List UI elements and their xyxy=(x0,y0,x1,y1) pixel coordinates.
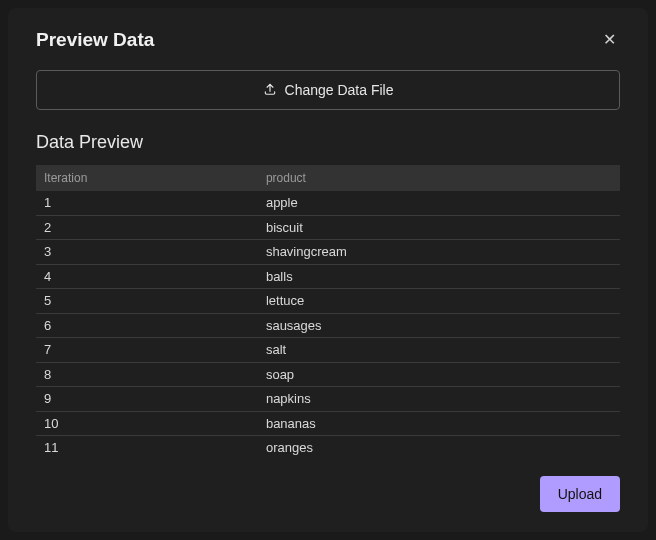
modal-footer: Upload xyxy=(36,476,620,512)
cell-product: napkins xyxy=(258,387,620,412)
cell-product: oranges xyxy=(258,436,620,458)
col-header-product: product xyxy=(258,165,620,191)
cell-product: shavingcream xyxy=(258,240,620,265)
table-row: 3shavingcream xyxy=(36,240,620,265)
cell-iteration: 10 xyxy=(36,411,258,436)
cell-product: balls xyxy=(258,264,620,289)
upload-icon xyxy=(263,82,277,99)
change-data-file-button[interactable]: Change Data File xyxy=(36,70,620,110)
upload-button-label: Upload xyxy=(558,486,602,502)
cell-iteration: 11 xyxy=(36,436,258,458)
table-header-row: Iteration product xyxy=(36,165,620,191)
modal-title: Preview Data xyxy=(36,29,154,51)
table-row: 7salt xyxy=(36,338,620,363)
table-row: 8soap xyxy=(36,362,620,387)
upload-button[interactable]: Upload xyxy=(540,476,620,512)
cell-product: salt xyxy=(258,338,620,363)
cell-product: sausages xyxy=(258,313,620,338)
cell-iteration: 6 xyxy=(36,313,258,338)
close-button[interactable]: ✕ xyxy=(599,28,620,52)
cell-product: lettuce xyxy=(258,289,620,314)
cell-iteration: 3 xyxy=(36,240,258,265)
preview-data-modal: Preview Data ✕ Change Data File Data Pre… xyxy=(8,8,648,532)
cell-product: apple xyxy=(258,191,620,215)
cell-product: biscuit xyxy=(258,215,620,240)
table-row: 2biscuit xyxy=(36,215,620,240)
cell-iteration: 8 xyxy=(36,362,258,387)
cell-product: bananas xyxy=(258,411,620,436)
table-row: 5lettuce xyxy=(36,289,620,314)
table-row: 4balls xyxy=(36,264,620,289)
data-preview-table-wrap: Iteration product 1apple2biscuit3shaving… xyxy=(36,165,620,458)
table-row: 1apple xyxy=(36,191,620,215)
col-header-iteration: Iteration xyxy=(36,165,258,191)
table-row: 9napkins xyxy=(36,387,620,412)
cell-iteration: 9 xyxy=(36,387,258,412)
modal-header: Preview Data ✕ xyxy=(36,28,620,52)
change-data-file-label: Change Data File xyxy=(285,82,394,98)
section-title: Data Preview xyxy=(36,132,620,153)
cell-iteration: 5 xyxy=(36,289,258,314)
data-preview-table: Iteration product 1apple2biscuit3shaving… xyxy=(36,165,620,458)
table-row: 6sausages xyxy=(36,313,620,338)
table-row: 10bananas xyxy=(36,411,620,436)
cell-iteration: 4 xyxy=(36,264,258,289)
cell-iteration: 2 xyxy=(36,215,258,240)
cell-product: soap xyxy=(258,362,620,387)
close-icon: ✕ xyxy=(603,31,616,48)
cell-iteration: 7 xyxy=(36,338,258,363)
cell-iteration: 1 xyxy=(36,191,258,215)
table-row: 11oranges xyxy=(36,436,620,458)
